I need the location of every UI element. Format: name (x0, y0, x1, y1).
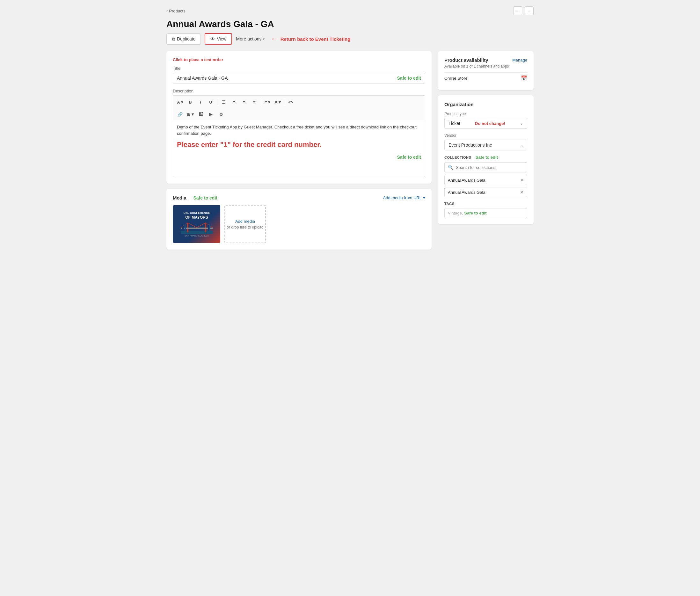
collection-tag-2-label: Annual Awards Gala (448, 190, 485, 195)
toolbar-ul-button[interactable]: ☰ (219, 98, 228, 106)
toolbar-align-center-button[interactable]: ≡ (240, 98, 249, 106)
tags-input-row[interactable]: Vintage, Safe to edit (444, 208, 527, 218)
toolbar-link-button[interactable]: 🔗 (176, 110, 184, 119)
toolbar-font-color-button[interactable]: A ▾ (273, 98, 282, 106)
toolbar-code-button[interactable]: <> (286, 98, 295, 106)
title-field-row: Annual Awards Gala - GA Safe to edit (173, 73, 425, 83)
collections-safe-edit-label: Safe to edit (476, 155, 498, 160)
svg-line-4 (197, 223, 206, 228)
tags-placeholder: Vintage, (448, 211, 463, 216)
media-title: Media (173, 195, 186, 200)
product-type-value: Ticket (449, 121, 460, 126)
svg-rect-9 (184, 224, 186, 231)
toolbar-separator-2 (261, 99, 261, 105)
toolbar-italic-button[interactable]: I (196, 98, 205, 106)
collections-label: COLLECTIONS (444, 155, 471, 159)
description-body[interactable]: Demo of the Event Ticketing App by Guest… (173, 120, 425, 177)
media-card: Media Safe to edit Add media from URL ▾ … (167, 189, 432, 250)
search-icon: 🔍 (448, 165, 453, 170)
image-text-line2: OF MAYORS (183, 215, 210, 220)
more-actions-label: More actions (236, 36, 261, 42)
online-store-label: Online Store (444, 76, 467, 81)
collection-tag-1-remove-button[interactable]: ✕ (520, 177, 524, 183)
vendor-select[interactable]: Event Productions Inc (444, 140, 527, 150)
media-thumb-inner: U.S. CONFERENCE OF MAYORS (173, 205, 220, 243)
return-back-label: Return back to Event Ticketing (280, 36, 351, 42)
toolbar-image-button[interactable]: 🖼 (196, 110, 205, 119)
toolbar-video-button[interactable]: ▶ (206, 110, 215, 119)
back-link-label: Products (169, 8, 185, 14)
toolbar-text-align-button[interactable]: ≡ ▾ (263, 98, 272, 106)
product-type-chevron-icon: ⌄ (520, 121, 523, 126)
page-title: Annual Awards Gala - GA (167, 19, 533, 29)
add-media-label: Add media (235, 219, 255, 224)
action-bar: ⧉ Duplicate 👁 View More actions ▾ ← Retu… (167, 33, 533, 45)
view-button[interactable]: 👁 View (205, 33, 232, 45)
svg-rect-11 (209, 224, 210, 231)
back-link[interactable]: ‹ Products (167, 8, 185, 14)
media-thumbnail[interactable]: U.S. CONFERENCE OF MAYORS (173, 205, 221, 243)
nav-arrows: ← → (513, 6, 533, 15)
availability-header: Product availability Manage (444, 57, 527, 63)
organization-title: Organization (444, 102, 527, 107)
bridge-icon (181, 221, 212, 234)
svg-line-3 (188, 223, 197, 228)
duplicate-icon: ⧉ (172, 36, 175, 42)
right-column: Product availability Manage Available on… (438, 51, 533, 224)
product-type-label: Product type (444, 111, 527, 116)
return-annotation: ← Return back to Event Ticketing (271, 35, 351, 43)
description-safe-edit-label: Safe to edit (177, 155, 421, 160)
calendar-icon: 📅 (521, 75, 527, 81)
description-normal-text: Demo of the Event Ticketing App by Guest… (177, 124, 421, 136)
tags-section-title: TAGS (444, 202, 527, 205)
availability-title: Product availability (444, 57, 488, 63)
toolbar-underline-button[interactable]: U (206, 98, 215, 106)
nav-prev-button[interactable]: ← (513, 6, 522, 15)
add-media-url-label: Add media from URL (383, 195, 422, 200)
manage-link[interactable]: Manage (512, 58, 527, 63)
collections-search-box[interactable]: 🔍 (444, 162, 527, 172)
collections-section-title: COLLECTIONS Safe to edit (444, 155, 527, 160)
title-field-label: Title (173, 66, 425, 71)
collections-search-input[interactable] (456, 165, 524, 170)
more-actions-chevron-icon: ▾ (263, 37, 265, 41)
toolbar-font-button[interactable]: A ▾ (176, 98, 184, 106)
red-arrow-icon: ← (271, 35, 278, 43)
product-card: Click to place a test order Title Annual… (167, 51, 432, 183)
collection-tag-1: Annual Awards Gala ✕ (444, 175, 527, 185)
collection-tag-1-label: Annual Awards Gala (448, 178, 485, 183)
toolbar-bold-button[interactable]: B (186, 98, 195, 106)
top-navigation: ‹ Products ← → (167, 6, 533, 15)
svg-rect-8 (182, 226, 184, 231)
media-thumb-text: U.S. CONFERENCE OF MAYORS (183, 211, 210, 220)
availability-subtitle: Available on 1 of 1 channels and apps (444, 64, 527, 69)
more-actions-button[interactable]: More actions ▾ (236, 36, 264, 42)
image-city-text: SAN FRANCISCO 2015 (184, 234, 208, 237)
vendor-label: Vendor (444, 133, 527, 138)
title-field-value[interactable]: Annual Awards Gala - GA (177, 76, 393, 81)
media-safe-edit-label: Safe to edit (194, 195, 217, 200)
toolbar-block-button[interactable]: ⊘ (217, 110, 225, 119)
tags-safe-edit-label: Safe to edit (464, 211, 486, 216)
availability-card: Product availability Manage Available on… (438, 51, 533, 90)
vendor-select-wrapper: Event Productions Inc (444, 140, 527, 150)
media-grid: U.S. CONFERENCE OF MAYORS (173, 205, 425, 243)
organization-card: Organization Product type Ticket Do not … (438, 95, 533, 224)
product-type-select-row: Ticket Do not change! ⌄ (444, 118, 527, 129)
toolbar-table-button[interactable]: ⊞ ▾ (186, 110, 195, 119)
duplicate-button[interactable]: ⧉ Duplicate (167, 33, 201, 45)
nav-next-button[interactable]: → (525, 6, 533, 15)
toolbar-separator-3 (284, 99, 284, 105)
toolbar-align-right-button[interactable]: ≡ (250, 98, 259, 106)
media-drop-zone[interactable]: Add media or drop files to upload (224, 205, 266, 243)
toolbar-align-left-button[interactable]: ≡ (229, 98, 239, 106)
description-field-label: Description (173, 89, 425, 93)
media-title-area: Media Safe to edit (173, 195, 217, 200)
duplicate-label: Duplicate (177, 36, 195, 42)
collection-tag-2-remove-button[interactable]: ✕ (520, 190, 524, 195)
add-media-from-url-button[interactable]: Add media from URL ▾ (383, 195, 425, 200)
main-layout: Click to place a test order Title Annual… (167, 51, 533, 250)
eye-icon: 👁 (210, 36, 215, 42)
test-order-hint[interactable]: Click to place a test order (173, 57, 425, 62)
do-not-change-label: Do not change! (475, 121, 505, 126)
